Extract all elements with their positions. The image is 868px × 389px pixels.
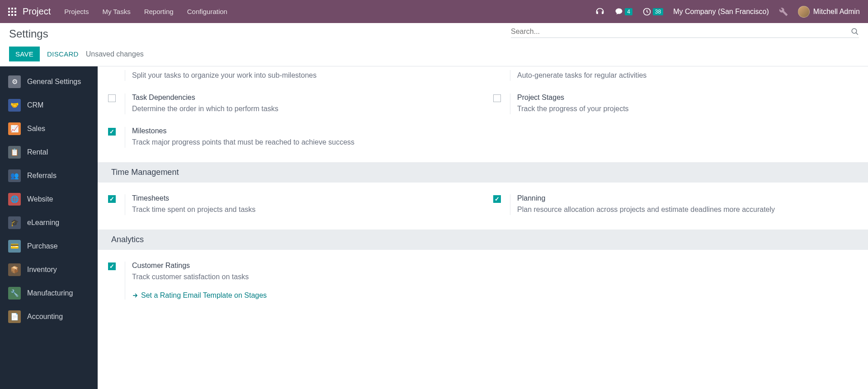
unsaved-changes-label: Unsaved changes	[86, 50, 144, 58]
svg-line-11	[856, 33, 858, 35]
sidebar-item-elearning[interactable]: 🎓eLearning	[0, 211, 98, 234]
setting-desc: Split your tasks to organize your work i…	[132, 70, 474, 81]
setting-desc: Plan resource allocation across projects…	[517, 204, 859, 215]
setting-desc: Track the progress of your projects	[517, 103, 859, 114]
page-title: Settings	[9, 28, 48, 40]
module-icon: 💳	[8, 240, 21, 253]
sidebar-item-purchase[interactable]: 💳Purchase	[0, 234, 98, 258]
svg-point-10	[852, 28, 857, 33]
messages-badge: 4	[625, 8, 632, 15]
svg-rect-7	[11, 14, 13, 16]
module-icon: ⚙	[8, 75, 21, 88]
sidebar-item-accounting[interactable]: 📄Accounting	[0, 305, 98, 328]
menu-my-tasks[interactable]: My Tasks	[102, 8, 130, 15]
sidebar-item-label: Accounting	[27, 313, 63, 321]
checkbox-timesheets[interactable]	[108, 195, 116, 203]
user-name: Mitchell Admin	[813, 8, 860, 16]
avatar	[798, 6, 810, 18]
section-time-management: Time Management	[98, 162, 868, 183]
messages-icon[interactable]: 4	[614, 8, 632, 16]
module-icon: 📦	[8, 263, 21, 276]
sidebar-item-sales[interactable]: 📈Sales	[0, 117, 98, 141]
svg-rect-1	[11, 8, 13, 9]
sidebar-item-label: Purchase	[27, 242, 58, 250]
setting-desc: Auto-generate tasks for regular activiti…	[517, 70, 859, 81]
setting-desc: Determine the order in which to perform …	[132, 103, 474, 114]
sidebar-item-label: Inventory	[27, 266, 57, 274]
settings-content: Split your tasks to organize your work i…	[98, 66, 868, 389]
setting-name: Timesheets	[132, 194, 474, 202]
sidebar-item-rental[interactable]: 📋Rental	[0, 141, 98, 164]
top-navbar: Project Projects My Tasks Reporting Conf…	[0, 0, 868, 23]
sidebar-item-label: eLearning	[27, 219, 59, 227]
sidebar-item-label: Rental	[27, 148, 48, 156]
settings-sidebar: ⚙General Settings🤝CRM📈Sales📋Rental👥Refer…	[0, 66, 98, 389]
menu-reporting[interactable]: Reporting	[144, 8, 174, 15]
sidebar-item-label: General Settings	[27, 78, 81, 86]
sidebar-item-inventory[interactable]: 📦Inventory	[0, 258, 98, 281]
search-icon[interactable]	[851, 28, 859, 36]
svg-rect-2	[14, 8, 16, 9]
menu-projects[interactable]: Projects	[64, 8, 89, 15]
voip-icon[interactable]	[595, 7, 604, 16]
svg-rect-0	[8, 8, 10, 9]
module-icon: 🎓	[8, 216, 21, 229]
arrow-right-icon	[132, 292, 138, 299]
sidebar-item-label: Referrals	[27, 172, 57, 180]
svg-rect-6	[8, 14, 10, 16]
user-menu[interactable]: Mitchell Admin	[798, 6, 860, 18]
setting-desc: Track major progress points that must be…	[132, 137, 474, 148]
module-icon: 🤝	[8, 99, 21, 112]
checkbox-project-stages[interactable]	[493, 94, 501, 102]
setting-name: Planning	[517, 194, 859, 202]
checkbox-customer-ratings[interactable]	[108, 262, 116, 270]
debug-icon[interactable]	[779, 7, 788, 16]
control-panel: Settings SAVE DISCARD Unsaved changes	[0, 23, 868, 66]
rating-email-template-link[interactable]: Set a Rating Email Template on Stages	[132, 291, 474, 300]
setting-desc: Track customer satisfaction on tasks	[132, 272, 474, 282]
activities-badge: 38	[653, 8, 663, 15]
sidebar-item-label: CRM	[27, 101, 43, 109]
sidebar-item-label: Website	[27, 195, 53, 203]
search-box[interactable]	[511, 28, 859, 38]
activities-icon[interactable]: 38	[642, 7, 663, 16]
module-icon: 📄	[8, 310, 21, 323]
svg-rect-8	[14, 14, 16, 16]
company-switcher[interactable]: My Company (San Francisco)	[673, 8, 769, 16]
setting-name: Customer Ratings	[132, 262, 474, 270]
search-input[interactable]	[511, 28, 851, 36]
sidebar-item-general-settings[interactable]: ⚙General Settings	[0, 70, 98, 94]
link-label: Set a Rating Email Template on Stages	[141, 291, 267, 300]
sidebar-item-manufacturing[interactable]: 🔧Manufacturing	[0, 281, 98, 305]
setting-name: Milestones	[132, 127, 474, 135]
svg-rect-4	[11, 11, 13, 13]
app-brand[interactable]: Project	[23, 6, 51, 17]
module-icon: 🔧	[8, 287, 21, 300]
sidebar-item-label: Sales	[27, 125, 45, 133]
sidebar-item-website[interactable]: 🌐Website	[0, 187, 98, 211]
svg-rect-3	[8, 11, 10, 13]
module-icon: 🌐	[8, 193, 21, 206]
checkbox-milestones[interactable]	[108, 128, 116, 136]
setting-name: Task Dependencies	[132, 94, 474, 102]
module-icon: 📋	[8, 146, 21, 159]
module-icon: 👥	[8, 169, 21, 182]
sidebar-item-crm[interactable]: 🤝CRM	[0, 94, 98, 117]
section-analytics: Analytics	[98, 230, 868, 250]
svg-rect-5	[14, 11, 16, 13]
module-icon: 📈	[8, 122, 21, 135]
menu-configuration[interactable]: Configuration	[187, 8, 227, 15]
apps-icon[interactable]	[8, 8, 16, 16]
checkbox-task-dependencies[interactable]	[108, 94, 116, 102]
setting-desc: Track time spent on projects and tasks	[132, 204, 474, 215]
checkbox-planning[interactable]	[493, 195, 501, 203]
discard-button[interactable]: DISCARD	[47, 50, 79, 58]
setting-name: Project Stages	[517, 94, 859, 102]
save-button[interactable]: SAVE	[9, 47, 40, 61]
sidebar-item-referrals[interactable]: 👥Referrals	[0, 164, 98, 187]
sidebar-item-label: Manufacturing	[27, 289, 73, 297]
